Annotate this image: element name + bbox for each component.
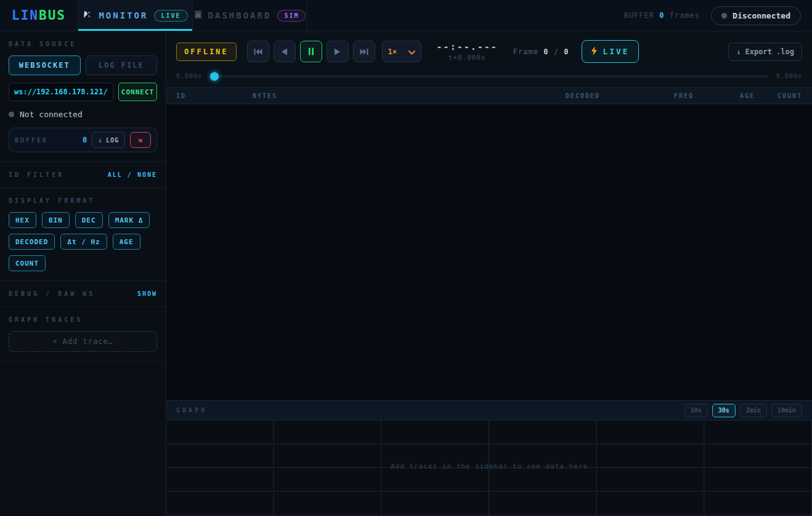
live-button[interactable]: LIVE [582, 40, 638, 63]
connection-status-pill[interactable]: Disconnected [711, 6, 801, 25]
app-logo: LINBUS [0, 0, 78, 31]
sim-badge: SIM [277, 10, 306, 22]
time-elapsed: t+0.000s [437, 54, 498, 62]
topbar-buffer-status: BUFFER 0 frames [624, 11, 700, 20]
display-format-section: DISPLAY FORMAT HEX BIN DEC MARK Δ DECODE… [0, 188, 166, 281]
sidebar: DATA SOURCE WEBSOCKET LOG FILE CONNECT N… [0, 31, 166, 516]
logo-part-lin: LIN [12, 8, 39, 23]
live-button-label: LIVE [603, 47, 629, 56]
topbar-buffer-count: 0 [659, 11, 664, 20]
add-trace-button[interactable]: + Add trace… [9, 331, 157, 352]
buffer-box: BUFFER 0 ↓ LOG × [9, 128, 157, 152]
skip-end-icon [360, 48, 368, 55]
topbar-buffer-unit: frames [670, 11, 700, 20]
range-30s-button[interactable]: 30s [712, 404, 736, 417]
id-filter-section: ID FILTER ALL / NONE [0, 162, 166, 188]
format-decoded-button[interactable]: DECODED [9, 234, 55, 250]
debug-show-link[interactable]: SHOW [137, 290, 157, 297]
step-back-icon [281, 48, 288, 55]
frames-table-body [166, 104, 812, 400]
playback-toolbar: OFFLINE 1× [166, 31, 812, 69]
graph-range-group: 10s 30s 2min 10min [684, 404, 802, 417]
topbar-buffer-label: BUFFER [624, 11, 654, 20]
graph-panel-header: GRAPH 10s 30s 2min 10min [166, 400, 812, 420]
pause-icon [308, 47, 314, 55]
time-display: --:--.--- t+0.000s [437, 41, 498, 62]
graph-title: GRAPH [176, 407, 207, 414]
websocket-source-button[interactable]: WEBSOCKET [9, 55, 81, 75]
live-badge: LIVE [154, 10, 187, 22]
frame-current: 0 [543, 47, 548, 56]
graph-canvas: Add traces in the sidebar to see data he… [166, 420, 812, 516]
tab-dashboard-label: DASHBOARD [208, 10, 272, 20]
download-log-label: LOG [106, 137, 119, 144]
tab-dashboard[interactable]: DASHBOARD SIM [193, 0, 307, 31]
chart-icon [194, 10, 202, 21]
format-dec-button[interactable]: DEC [75, 212, 103, 228]
range-2min-button[interactable]: 2min [740, 404, 767, 417]
timeline-slider-thumb[interactable] [210, 72, 219, 81]
step-back-button[interactable] [274, 41, 296, 62]
id-filter-all-none-link[interactable]: ALL / NONE [108, 171, 157, 178]
format-count-button[interactable]: COUNT [9, 255, 46, 271]
column-header-decoded: DECODED [489, 92, 600, 99]
range-10min-button[interactable]: 10min [771, 404, 802, 417]
skip-start-icon [254, 48, 262, 55]
export-log-label: Export .log [745, 47, 794, 56]
format-bin-button[interactable]: BIN [42, 212, 70, 228]
status-dot-icon [9, 112, 14, 117]
buffer-box-count: 0 [83, 136, 87, 144]
satellite-icon [83, 10, 92, 22]
skip-start-button[interactable] [247, 41, 269, 62]
connection-status-row: Not connected [9, 110, 157, 119]
data-source-title: DATA SOURCE [9, 41, 157, 47]
format-dt-hz-button[interactable]: Δt / Hz [60, 234, 107, 250]
format-age-button[interactable]: AGE [113, 234, 140, 250]
column-header-count: COUNT [755, 92, 802, 99]
tab-monitor-label: MONITOR [99, 10, 148, 20]
time-main: --:--.--- [437, 41, 498, 52]
frame-total: 0 [564, 47, 569, 56]
topbar-right: BUFFER 0 frames Disconnected [624, 0, 812, 31]
debug-title: DEBUG / RAW WS [9, 290, 95, 297]
range-10s-button[interactable]: 10s [684, 404, 708, 417]
frame-separator: / [554, 47, 559, 56]
logfile-source-button[interactable]: LOG FILE [86, 55, 158, 75]
download-log-button[interactable]: ↓ LOG [92, 132, 125, 148]
format-hex-button[interactable]: HEX [9, 212, 36, 228]
skip-end-button[interactable] [353, 41, 375, 62]
connection-status-text: Disconnected [733, 11, 790, 20]
frame-counter: Frame 0 / 0 [513, 47, 569, 56]
column-header-freq: FREQ [600, 92, 694, 99]
clear-buffer-button[interactable]: × [130, 132, 151, 148]
graph-traces-title: GRAPH TRACES [9, 316, 157, 323]
speed-select[interactable]: 1× [382, 41, 421, 62]
bolt-icon [591, 46, 598, 57]
export-log-button[interactable]: ↓ Export .log [728, 43, 802, 61]
column-header-age: AGE [694, 92, 755, 99]
tab-monitor[interactable]: MONITOR LIVE [78, 0, 193, 31]
play-button[interactable] [327, 41, 349, 62]
close-icon: × [138, 136, 143, 145]
speed-value: 1× [388, 47, 397, 56]
graph-empty-hint: Add traces in the sidebar to see data he… [166, 462, 812, 470]
export-download-icon: ↓ [736, 47, 741, 56]
offline-badge: OFFLINE [176, 43, 237, 61]
connect-button[interactable]: CONNECT [118, 83, 157, 101]
graph-traces-section: GRAPH TRACES + Add trace… [0, 307, 166, 362]
debug-section: DEBUG / RAW WS SHOW [0, 281, 166, 307]
chevron-down-icon [408, 46, 415, 57]
frames-table-header: ID BYTES DECODED FREQ AGE COUNT [166, 87, 812, 104]
websocket-url-input[interactable] [9, 83, 113, 101]
pause-button[interactable] [300, 41, 322, 62]
timeline-slider[interactable] [209, 75, 769, 78]
format-mark-delta-button[interactable]: MARK Δ [108, 212, 150, 228]
timeline-start-label: 0.000s [176, 73, 202, 80]
column-header-bytes: BYTES [253, 92, 489, 99]
play-icon [334, 48, 341, 55]
column-header-id: ID [176, 92, 253, 99]
download-icon: ↓ [98, 136, 103, 144]
display-format-title: DISPLAY FORMAT [9, 197, 157, 204]
frame-label: Frame [513, 47, 538, 56]
topbar: LINBUS MONITOR LIVE DASHBOARD SIM BUFFER… [0, 0, 812, 31]
